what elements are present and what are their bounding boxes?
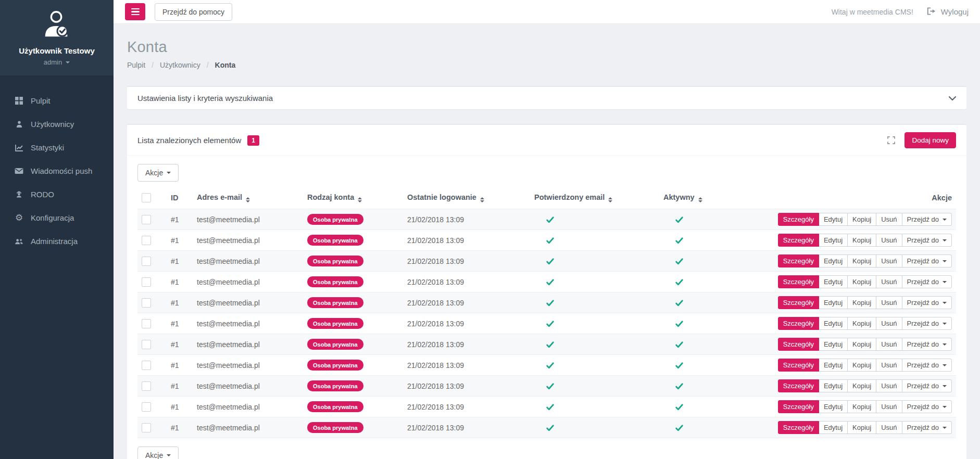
row-action-szczegoy[interactable]: Szczegóły bbox=[778, 359, 819, 372]
row-action-kopiuj[interactable]: Kopiuj bbox=[847, 275, 876, 288]
sidebar-item-administracja[interactable]: Administracja bbox=[0, 230, 114, 253]
row-action-szczegoy[interactable]: Szczegóły bbox=[778, 379, 819, 392]
row-action-edytuj[interactable]: Edytuj bbox=[819, 379, 848, 392]
row-action-kopiuj[interactable]: Kopiuj bbox=[847, 421, 876, 434]
row-action-edytuj[interactable]: Edytuj bbox=[819, 338, 848, 351]
sort-icon[interactable] bbox=[246, 197, 250, 202]
row-action-przejdz-do[interactable]: Przejdź do bbox=[902, 379, 952, 392]
row-checkbox[interactable] bbox=[142, 340, 151, 349]
row-action-szczegoy[interactable]: Szczegóły bbox=[778, 213, 819, 226]
row-action-szczegoy[interactable]: Szczegóły bbox=[778, 275, 819, 288]
sort-icon[interactable] bbox=[358, 197, 362, 202]
row-checkbox[interactable] bbox=[142, 236, 151, 245]
column-header-account-type[interactable]: Rodzaj konta bbox=[303, 188, 403, 209]
row-action-szczegoy[interactable]: Szczegóły bbox=[778, 296, 819, 309]
row-action-edytuj[interactable]: Edytuj bbox=[819, 400, 848, 413]
row-action-przejdz-do[interactable]: Przejdź do bbox=[902, 296, 952, 309]
row-checkbox[interactable] bbox=[142, 361, 151, 370]
row-action-usun[interactable]: Usuń bbox=[876, 254, 902, 267]
row-action-edytuj[interactable]: Edytuj bbox=[819, 421, 848, 434]
row-action-przejdz-do[interactable]: Przejdź do bbox=[902, 213, 952, 226]
column-header-email[interactable]: Adres e-mail bbox=[193, 188, 303, 209]
row-checkbox[interactable] bbox=[142, 257, 151, 266]
add-new-button[interactable]: Dodaj nowy bbox=[904, 132, 956, 148]
breadcrumb-separator: / bbox=[152, 61, 154, 69]
sidebar-item-uzytkownicy[interactable]: Użytkownicy bbox=[0, 112, 114, 136]
row-action-edytuj[interactable]: Edytuj bbox=[819, 275, 848, 288]
row-action-kopiuj[interactable]: Kopiuj bbox=[847, 317, 876, 330]
row-action-szczegoy[interactable]: Szczegóły bbox=[778, 317, 819, 330]
row-checkbox[interactable] bbox=[142, 215, 151, 224]
logout-button[interactable]: Wyloguj bbox=[927, 7, 969, 17]
row-action-usun[interactable]: Usuń bbox=[876, 234, 902, 247]
row-action-kopiuj[interactable]: Kopiuj bbox=[847, 400, 876, 413]
row-id: #1 bbox=[167, 397, 193, 417]
row-action-szczegoy[interactable]: Szczegóły bbox=[778, 234, 819, 247]
row-checkbox[interactable] bbox=[142, 298, 151, 308]
expand-icon[interactable] bbox=[886, 135, 896, 145]
row-action-kopiuj[interactable]: Kopiuj bbox=[847, 359, 876, 372]
chevron-down-icon[interactable] bbox=[949, 96, 956, 100]
row-checkbox[interactable] bbox=[142, 381, 151, 391]
sidebar-item-statystyki[interactable]: Statystyki bbox=[0, 136, 114, 159]
row-action-przejdz-do[interactable]: Przejdź do bbox=[902, 421, 952, 434]
row-action-szczegoy[interactable]: Szczegóły bbox=[778, 400, 819, 413]
row-action-edytuj[interactable]: Edytuj bbox=[819, 213, 848, 226]
sort-icon[interactable] bbox=[480, 197, 484, 202]
row-action-edytuj[interactable]: Edytuj bbox=[819, 234, 848, 247]
row-action-przejdz-do[interactable]: Przejdź do bbox=[902, 254, 952, 267]
row-action-usun[interactable]: Usuń bbox=[876, 338, 902, 351]
row-action-edytuj[interactable]: Edytuj bbox=[819, 317, 848, 330]
select-all-checkbox[interactable] bbox=[142, 193, 151, 202]
sort-icon[interactable] bbox=[608, 197, 612, 202]
row-checkbox[interactable] bbox=[142, 402, 151, 412]
row-checkbox[interactable] bbox=[142, 277, 151, 287]
row-action-usun[interactable]: Usuń bbox=[876, 213, 902, 226]
sort-icon[interactable] bbox=[698, 197, 702, 202]
row-action-kopiuj[interactable]: Kopiuj bbox=[847, 254, 876, 267]
row-action-przejdz-do[interactable]: Przejdź do bbox=[902, 338, 952, 351]
row-action-edytuj[interactable]: Edytuj bbox=[819, 296, 848, 309]
row-checkbox[interactable] bbox=[142, 423, 151, 432]
row-action-kopiuj[interactable]: Kopiuj bbox=[847, 338, 876, 351]
sidebar-item-pulpit[interactable]: Pulpit bbox=[0, 89, 114, 112]
row-action-szczegoy[interactable]: Szczegóły bbox=[778, 254, 819, 267]
row-action-usun[interactable]: Usuń bbox=[876, 296, 902, 309]
row-action-usun[interactable]: Usuń bbox=[876, 421, 902, 434]
row-checkbox[interactable] bbox=[142, 319, 151, 328]
help-button[interactable]: Przejdź do pomocy bbox=[155, 3, 232, 21]
row-action-usun[interactable]: Usuń bbox=[876, 379, 902, 392]
user-role-dropdown[interactable]: admin bbox=[44, 58, 70, 66]
row-action-usun[interactable]: Usuń bbox=[876, 317, 902, 330]
column-header-confirmed-email[interactable]: Potwierdzony email bbox=[530, 188, 659, 209]
sidebar-item-rodo[interactable]: RODO bbox=[0, 183, 114, 206]
row-actions: SzczegółyEdytujKopiujUsuńPrzejdź do bbox=[778, 317, 952, 330]
row-action-kopiuj[interactable]: Kopiuj bbox=[847, 296, 876, 309]
breadcrumb-pulpit[interactable]: Pulpit bbox=[127, 61, 145, 69]
sidebar-item-wiadomosci-push[interactable]: Wiadomości push bbox=[0, 159, 114, 183]
row-action-usun[interactable]: Usuń bbox=[876, 359, 902, 372]
row-action-szczegoy[interactable]: Szczegóły bbox=[778, 421, 819, 434]
account-type-badge: Osoba prywatna bbox=[307, 318, 363, 329]
bulk-actions-dropdown-top[interactable]: Akcje bbox=[137, 164, 179, 182]
row-action-przejdz-do[interactable]: Przejdź do bbox=[902, 275, 952, 288]
row-action-kopiuj[interactable]: Kopiuj bbox=[847, 379, 876, 392]
row-action-przejdz-do[interactable]: Przejdź do bbox=[902, 234, 952, 247]
row-action-kopiuj[interactable]: Kopiuj bbox=[847, 213, 876, 226]
breadcrumb-uzytkownicy[interactable]: Użytkownicy bbox=[160, 61, 200, 69]
row-action-przejdz-do[interactable]: Przejdź do bbox=[902, 359, 952, 372]
bulk-actions-dropdown-bottom[interactable]: Akcje bbox=[137, 447, 179, 459]
column-header-last-login[interactable]: Ostatnie logowanie bbox=[403, 188, 530, 209]
column-header-active[interactable]: Aktywny bbox=[659, 188, 772, 209]
row-action-usun[interactable]: Usuń bbox=[876, 400, 902, 413]
row-action-edytuj[interactable]: Edytuj bbox=[819, 359, 848, 372]
row-action-usun[interactable]: Usuń bbox=[876, 275, 902, 288]
row-action-szczegoy[interactable]: Szczegóły bbox=[778, 338, 819, 351]
search-settings-panel[interactable]: Ustawienia listy i kryteria wyszukiwania bbox=[127, 86, 966, 109]
row-action-edytuj[interactable]: Edytuj bbox=[819, 254, 848, 267]
row-action-przejdz-do[interactable]: Przejdź do bbox=[902, 400, 952, 413]
row-action-kopiuj[interactable]: Kopiuj bbox=[847, 234, 876, 247]
sidebar-toggle-button[interactable] bbox=[125, 3, 145, 20]
sidebar-item-konfiguracja[interactable]: ⚙Konfiguracja bbox=[0, 206, 114, 230]
row-action-przejdz-do[interactable]: Przejdź do bbox=[902, 317, 952, 330]
